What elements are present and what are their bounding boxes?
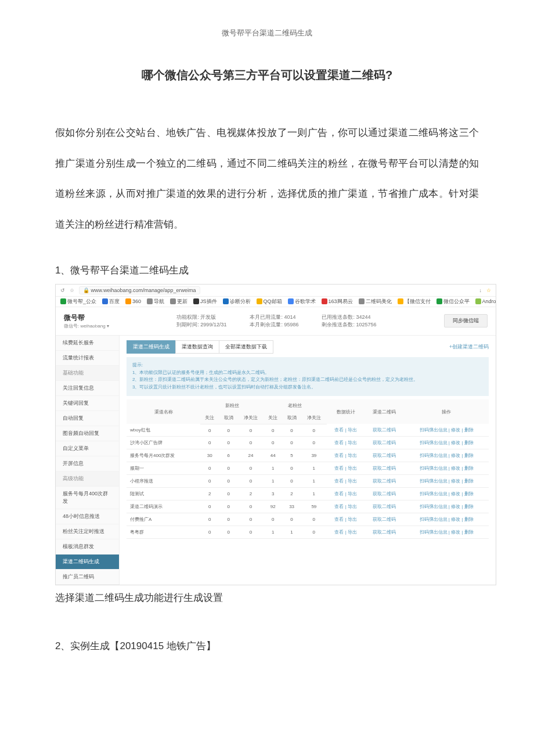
- bookmark-item[interactable]: 诊断分析: [223, 298, 251, 305]
- cell-stats[interactable]: 查看 | 导出: [327, 475, 365, 488]
- cell-value: 0: [282, 475, 301, 488]
- create-channel-link[interactable]: +创建渠道二维码: [449, 343, 489, 351]
- cell-qr[interactable]: 获取二维码: [365, 488, 404, 501]
- cell-value: 44: [264, 449, 282, 462]
- cell-value: 6: [219, 449, 237, 462]
- cell-qr[interactable]: 获取二维码: [365, 501, 404, 513]
- bookmark-item[interactable]: JS插件: [193, 298, 217, 305]
- cell-ops[interactable]: 扫码弹出信息 | 修改 | 删除: [404, 501, 489, 513]
- cell-stats[interactable]: 查看 | 导出: [327, 462, 365, 475]
- sidebar-item-active[interactable]: 渠道二维码生成: [56, 555, 119, 570]
- th-sub: 净关注: [301, 412, 327, 424]
- cell-value: 0: [219, 462, 237, 475]
- cell-ops[interactable]: 扫码弹出信息 | 修改 | 删除: [404, 462, 489, 475]
- brand-name: 微号帮: [64, 313, 109, 323]
- bookmark-star-icon[interactable]: ☆: [486, 287, 491, 293]
- sidebar-item[interactable]: 模板消息群发: [56, 539, 119, 555]
- table-row: 服务号每月400次群发3062444539查看 | 导出获取二维码扫码弹出信息 …: [127, 449, 489, 462]
- cell-name: 小程序推送: [127, 475, 200, 488]
- sidebar-item[interactable]: 自定义菜单: [56, 441, 119, 456]
- cell-qr[interactable]: 获取二维码: [365, 449, 404, 462]
- cell-qr[interactable]: 获取二维码: [365, 513, 404, 526]
- channel-table: 渠道名称 新粉丝 老粉丝 数据统计 渠道二维码 操作 关注取消净关注关注取消净关…: [127, 399, 489, 539]
- th-group-new: 新粉丝: [200, 399, 264, 412]
- bookmark-icon: [102, 298, 108, 304]
- star-icon[interactable]: ☆: [70, 287, 74, 293]
- cell-qr[interactable]: 获取二维码: [365, 424, 404, 437]
- table-row: 粤粤群000110查看 | 导出获取二维码扫码弹出信息 | 修改 | 删除: [127, 526, 489, 539]
- sidebar-item[interactable]: 关注回复信息: [56, 381, 119, 396]
- bookmark-item[interactable]: 163网易云: [322, 298, 353, 305]
- cell-stats[interactable]: 查看 | 导出: [327, 513, 365, 526]
- sidebar-item[interactable]: 图音频自动回复: [56, 426, 119, 441]
- bookmark-icon: [60, 298, 66, 304]
- cell-ops[interactable]: 扫码弹出信息 | 修改 | 删除: [404, 488, 489, 501]
- address-bar[interactable]: 🔒 www.weihaobang.com/manage/app_erweima: [79, 286, 200, 294]
- bookmark-item[interactable]: 百度: [102, 298, 120, 305]
- bookmark-item[interactable]: 微信公众平: [436, 298, 470, 305]
- chevron-down-icon[interactable]: ▾: [107, 323, 109, 329]
- bookmark-item[interactable]: 导航: [147, 298, 164, 305]
- cell-value: 0: [200, 475, 219, 488]
- bookmark-item[interactable]: 【微信支付: [398, 298, 431, 305]
- bookmark-icon: [288, 298, 294, 304]
- cell-ops[interactable]: 扫码弹出信息 | 修改 | 删除: [404, 437, 489, 449]
- sidebar-item[interactable]: 48小时信息推送: [56, 509, 119, 524]
- cell-qr[interactable]: 获取二维码: [365, 462, 404, 475]
- cell-ops[interactable]: 扫码弹出信息 | 修改 | 删除: [404, 526, 489, 539]
- bookmark-item[interactable]: 360: [125, 298, 141, 305]
- cell-qr[interactable]: 获取二维码: [365, 526, 404, 539]
- tab[interactable]: 渠道二维码生成: [127, 340, 176, 354]
- cell-ops[interactable]: 扫码弹出信息 | 修改 | 删除: [404, 475, 489, 488]
- sync-button[interactable]: 同步微信端: [444, 314, 488, 327]
- sidebar-item[interactable]: 粉丝关注定时推送: [56, 524, 119, 539]
- sidebar-item[interactable]: 流量统计报表: [56, 351, 119, 366]
- sidebar-item[interactable]: 服务号每月400次群发: [56, 487, 119, 509]
- bookmark-label: 更新: [177, 298, 187, 305]
- lock-icon: 🔒: [83, 287, 89, 293]
- back-icon[interactable]: ↺: [60, 287, 65, 293]
- download-icon[interactable]: ↓: [479, 287, 482, 293]
- cell-value: 0: [301, 424, 327, 437]
- screenshot: ↺ ☆ 🔒 www.weihaobang.com/manage/app_erwe…: [55, 284, 496, 585]
- sidebar-item[interactable]: 开屏信息: [56, 456, 119, 471]
- sidebar-item[interactable]: 推广员二维码: [56, 570, 119, 585]
- sidebar-item[interactable]: 关键词回复: [56, 396, 119, 411]
- cell-ops[interactable]: 扫码弹出信息 | 修改 | 删除: [404, 513, 489, 526]
- sidebar: 续费延长服务流量统计报表基础功能关注回复信息关键词回复自动回复图音频自动回复自定…: [56, 336, 120, 585]
- bookmark-label: JS插件: [200, 298, 217, 305]
- cell-qr[interactable]: 获取二维码: [365, 437, 404, 449]
- cell-qr[interactable]: 获取二维码: [365, 475, 404, 488]
- bookmark-item[interactable]: 谷歌学术: [288, 298, 316, 305]
- cell-ops[interactable]: 扫码弹出信息 | 修改 | 删除: [404, 449, 489, 462]
- cell-name: 沙湾小区广告牌: [127, 437, 200, 449]
- sidebar-item[interactable]: 自动回复: [56, 411, 119, 426]
- cell-stats[interactable]: 查看 | 导出: [327, 424, 365, 437]
- th-name: 渠道名称: [127, 399, 200, 424]
- bookmark-icon: [322, 298, 327, 304]
- tab[interactable]: 渠道数据查询: [175, 340, 219, 354]
- bookmark-item[interactable]: Android开: [475, 298, 496, 305]
- tab[interactable]: 全部渠道数据下载: [219, 340, 273, 354]
- cell-stats[interactable]: 查看 | 导出: [327, 526, 365, 539]
- cell-value: 1: [301, 462, 327, 475]
- cell-stats[interactable]: 查看 | 导出: [327, 437, 365, 449]
- bookmark-item[interactable]: QQ邮箱: [257, 298, 282, 305]
- sidebar-item[interactable]: 续费延长服务: [56, 336, 119, 351]
- bookmark-item[interactable]: 微号帮_公众: [60, 298, 96, 305]
- cell-value: 0: [200, 437, 219, 449]
- cell-stats[interactable]: 查看 | 导出: [327, 501, 365, 513]
- cell-value: 0: [282, 513, 301, 526]
- cell-value: 0: [301, 513, 327, 526]
- bookmark-item[interactable]: 更新: [170, 298, 187, 305]
- intro-paragraph: 假如你分别在公交站台、地铁广告、电视媒体投放了一则广告，你可以通过渠道二维码将这…: [55, 118, 479, 240]
- bookmark-icon: [398, 298, 403, 304]
- cell-stats[interactable]: 查看 | 导出: [327, 488, 365, 501]
- bookmark-item[interactable]: 二维码美化: [359, 298, 392, 305]
- cell-stats[interactable]: 查看 | 导出: [327, 449, 365, 462]
- cell-value: 0: [219, 424, 237, 437]
- tip-line-2: 2、新粉丝：原扫渠道二维码前属于未关注公众号的状态，定义为新粉丝；老粉丝：原扫渠…: [132, 376, 483, 384]
- cell-ops[interactable]: 扫码弹出信息 | 修改 | 删除: [404, 424, 489, 437]
- cell-value: 0: [219, 475, 237, 488]
- cell-name: 渠道二维码演示: [127, 501, 200, 513]
